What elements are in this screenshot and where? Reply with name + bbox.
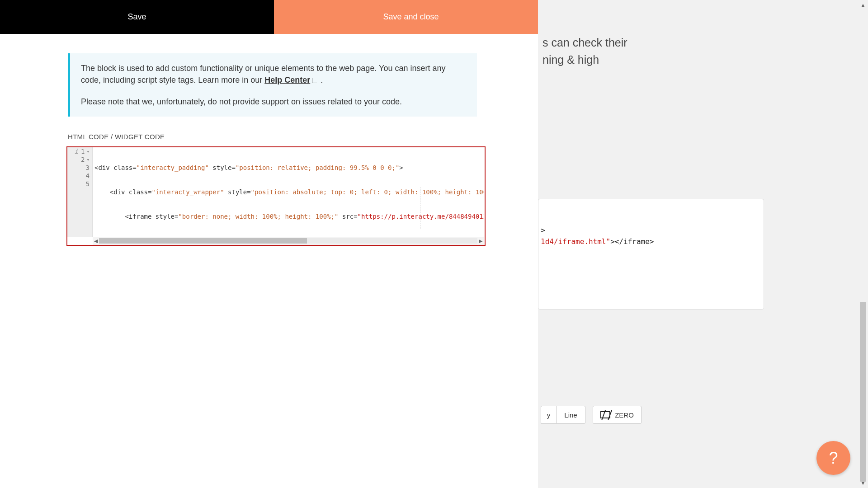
scroll-thumb[interactable] [860,302,866,482]
external-link-icon [312,77,318,83]
background-button-row: y Line ZERO [541,406,642,424]
help-fab-button[interactable]: ? [816,441,850,475]
info-text: The block is used to add custom function… [81,64,446,84]
code-line: <iframe style="border: none; width: 100%… [93,212,484,221]
bg-button-zero[interactable]: ZERO [593,406,642,424]
info-callout: The block is used to add custom function… [68,53,477,117]
editor-gutter: i1▾ 2▾ 3 4 5 [67,147,93,237]
bg-code-frag: ></iframe> [610,237,654,246]
bg-text-line: ning & high [542,52,627,69]
bg-code-frag: 1d4/iframe.html" [541,237,610,246]
bg-button-y[interactable]: y [541,406,556,424]
background-heading: s can check their ning & high [542,34,627,68]
bg-button-line[interactable]: Line [556,406,585,424]
line-number: 2 [81,156,85,163]
horizontal-scrollbar[interactable]: ◀ ▶ [93,237,484,245]
background-code-text: > 1d4/iframe.html"></iframe> [541,226,654,246]
scroll-track[interactable] [99,238,477,244]
bg-code-frag: > [541,226,545,235]
window-scrollbar[interactable]: ▲ ▼ [858,0,868,488]
info-text-tail: . [318,75,323,84]
scroll-down-icon[interactable]: ▼ [858,478,868,488]
help-center-link[interactable]: Help Center [264,75,310,84]
info-paragraph-1: The block is used to add custom function… [81,62,466,86]
scroll-left-icon[interactable]: ◀ [93,238,99,244]
line-number: 3 [86,164,90,171]
code-area[interactable]: <div class="interacty_padding" style="po… [93,147,484,237]
code-line: <div class="interacty_padding" style="po… [93,164,484,172]
editor-header: Save Save and close [0,0,548,34]
lint-info-icon: i [75,148,78,155]
background-code-box [538,199,764,310]
scroll-right-icon[interactable]: ▶ [477,238,484,244]
scroll-thumb[interactable] [99,238,307,244]
code-ruler [420,187,420,229]
save-close-button[interactable]: Save and close [274,0,548,34]
line-number: 4 [86,172,90,179]
fold-icon[interactable]: ▾ [86,149,90,155]
save-button[interactable]: Save [0,0,274,34]
line-number: 1 [81,148,85,155]
fold-icon[interactable]: ▾ [86,157,90,163]
section-label: HTML CODE / WIDGET CODE [68,133,165,141]
code-editor[interactable]: i1▾ 2▾ 3 4 5 <div class="interacty_paddi… [66,146,486,246]
line-number: 5 [86,180,90,188]
zero-icon [600,411,610,418]
zero-label: ZERO [615,411,634,419]
bg-text-line: s can check their [542,36,627,49]
code-line: <div class="interacty_wrapper" style="po… [93,188,484,196]
info-paragraph-2: Please note that we, unfortunately, do n… [81,96,466,108]
scroll-up-icon[interactable]: ▲ [858,0,868,10]
